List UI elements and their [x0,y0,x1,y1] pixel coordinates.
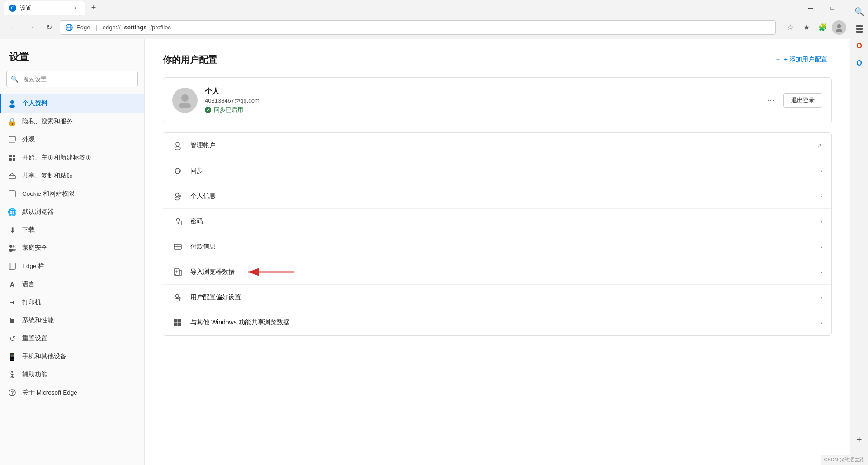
new-tab-button[interactable]: + [87,1,100,15]
maximize-button[interactable]: □ [822,0,843,16]
download-nav-icon: ⬇ [8,225,17,235]
profile-email: 403138467@qq.com [205,97,756,104]
sidebar-add-icon[interactable]: + [852,432,867,447]
personal-info-chevron-icon: › [820,193,822,200]
forward-button[interactable]: → [24,20,38,35]
settings-title: 设置 [0,50,144,71]
svg-rect-21 [9,263,11,269]
svg-rect-46 [856,25,863,27]
accessibility-nav-icon [8,370,17,379]
mobile-nav-icon: 📱 [8,352,17,361]
import-chevron-icon: › [820,268,822,276]
sidebar-item-newtab[interactable]: 开始、主页和新建标签页 [0,149,144,167]
password-chevron-icon: › [820,218,822,225]
search-input[interactable] [6,71,138,87]
sidebar-item-printer[interactable]: 🖨 打印机 [0,293,144,311]
settings-item-payment[interactable]: 付款信息 › [163,234,831,259]
windows-chevron-icon: › [820,319,822,326]
sidebar-item-language[interactable]: A 语言 [0,275,144,293]
cookies-nav-icon [8,189,17,198]
address-bar[interactable]: Edge | edge://settings/profiles [60,20,776,35]
sidebar-item-cookies[interactable]: Cookie 和网站权限 [0,185,144,203]
site-icon [66,24,73,31]
sidebar-item-default[interactable]: 🌐 默认浏览器 [0,203,144,221]
statusbar-text: CSDN @终洒去路 [824,457,864,462]
back-button[interactable]: ← [5,20,20,35]
svg-rect-48 [856,31,863,33]
reset-nav-icon: ↺ [8,334,17,343]
password-icon [172,216,183,227]
sidebar-item-system[interactable]: 🖥 系统和性能 [0,311,144,329]
sidebar-office-icon[interactable]: O [852,39,867,53]
svg-point-22 [11,371,13,373]
addressbar: ← → ↻ Edge | edge://settings/profiles ☆ … [0,16,868,39]
sidebar-item-privacy[interactable]: 🔒 隐私、搜索和服务 [0,113,144,131]
svg-rect-7 [9,136,15,141]
tab-favicon: ⚙ [9,5,16,12]
sidebar-item-appearance[interactable]: 外观 [0,131,144,149]
settings-item-import[interactable]: 导入浏览器数据 › [163,259,831,285]
svg-rect-35 [174,244,181,249]
svg-point-24 [12,395,13,395]
profile-button[interactable] [832,20,846,35]
statusbar: CSDN @终洒去路 [821,455,868,465]
collections-icon[interactable]: ★ [799,20,814,35]
sidebar-item-family[interactable]: 家庭安全 [0,239,144,257]
settings-item-pref[interactable]: 用户配置偏好设置 › [163,285,831,310]
profile-sync-status: 同步已启用 [205,106,756,114]
svg-rect-42 [174,319,178,323]
sidebar-item-edgebar[interactable]: Edge 栏 [0,257,144,275]
sidebar-item-label-mobile: 手机和其他设备 [22,352,66,361]
manage-account-icon [172,140,183,151]
settings-list: 管理帐户 ↗ 同步 › 个人信息 › [163,132,832,336]
svg-point-5 [10,100,14,104]
minimize-button[interactable]: — [800,0,821,16]
sidebar-item-reset[interactable]: ↺ 重置设置 [0,329,144,348]
sidebar-item-share[interactable]: 共享、复制和粘贴 [0,167,144,185]
sidebar-item-accessibility[interactable]: 辅助功能 [0,366,144,384]
active-tab[interactable]: ⚙ 设置 × [4,1,85,15]
refresh-button[interactable]: ↻ [42,20,56,35]
language-nav-icon: A [8,280,17,289]
sidebar-outlook-icon[interactable]: O [852,56,867,70]
settings-item-personal[interactable]: 个人信息 › [163,183,831,209]
sidebar-item-mobile[interactable]: 📱 手机和其他设备 [0,348,144,366]
address-separator: | [95,24,97,31]
sidebar-collections-icon[interactable] [852,22,867,36]
sidebar-item-label-download: 下载 [22,226,35,234]
sync-chevron-icon: › [820,167,822,174]
svg-rect-8 [9,142,15,143]
svg-point-4 [836,29,842,32]
logout-button[interactable]: 退出登录 [783,93,822,108]
svg-rect-12 [13,158,15,161]
svg-point-30 [175,197,180,200]
svg-point-3 [837,24,841,28]
tab-close-button[interactable]: × [71,4,80,12]
favorites-icon[interactable]: ☆ [783,20,797,35]
add-profile-label: + 添加用户配置 [784,56,827,64]
settings-item-password[interactable]: 密码 › [163,209,831,234]
settings-sidebar: 设置 🔍 个人资料 🔒 隐私、搜索和服务 外观 开始、主页和新建标签页 [0,39,145,465]
svg-rect-43 [178,319,182,323]
pref-icon [172,292,183,303]
system-nav-icon: 🖥 [8,316,17,325]
payment-chevron-icon: › [820,243,822,250]
sidebar-search-icon[interactable]: 🔍 [852,5,867,19]
sidebar-item-label-reset: 重置设置 [22,334,47,343]
extensions-icon[interactable]: 🧩 [816,20,830,35]
settings-item-manage[interactable]: 管理帐户 ↗ [163,133,831,158]
profile-more-button[interactable]: ··· [764,93,778,108]
sidebar-item-profile[interactable]: 个人资料 [0,94,144,113]
add-profile-button[interactable]: ＋ + 添加用户配置 [770,53,832,66]
sidebar-panel: 🔍 O O + [850,0,868,465]
svg-point-34 [178,222,179,224]
family-nav-icon [8,244,17,253]
main-container: 设置 🔍 个人资料 🔒 隐私、搜索和服务 外观 开始、主页和新建标签页 [0,39,850,465]
svg-rect-13 [9,176,15,179]
sidebar-item-download[interactable]: ⬇ 下载 [0,221,144,239]
sidebar-item-about[interactable]: 关于 Microsoft Edge [0,384,144,402]
svg-rect-10 [13,155,15,157]
settings-item-windows[interactable]: 与其他 Windows 功能共享浏览数据 › [163,310,831,335]
share-nav-icon [8,171,17,180]
settings-item-sync[interactable]: 同步 › [163,158,831,183]
